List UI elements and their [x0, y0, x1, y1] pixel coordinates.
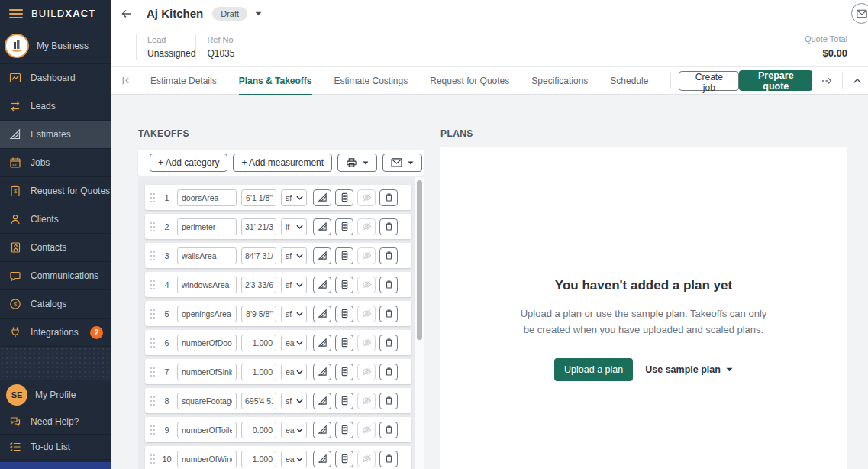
use-sample-plan-button[interactable]: Use sample plan — [645, 364, 733, 375]
sidebar-item-catalogs[interactable]: $ Catalogs — [0, 290, 111, 319]
dashed-arrow-icon[interactable] — [821, 76, 833, 86]
sidebar-item-need-help[interactable]: Need Help? — [0, 409, 111, 435]
measurement-value-input[interactable] — [241, 451, 276, 467]
sidebar-item-dashboard[interactable]: Dashboard — [0, 64, 111, 92]
measurement-value-input[interactable] — [241, 277, 276, 293]
takeoffs-scrollbar-thumb[interactable] — [417, 180, 422, 340]
sidebar-item-my-profile[interactable]: SE My Profile — [0, 380, 111, 409]
unit-select[interactable]: sf — [281, 277, 307, 293]
upload-plan-button[interactable]: Upload a plan — [554, 358, 633, 381]
tab[interactable]: Request for Quotes — [430, 67, 509, 95]
set-square-button[interactable] — [313, 422, 331, 438]
measurement-name-input[interactable] — [177, 189, 237, 206]
measurement-value-input[interactable] — [241, 247, 276, 264]
takeoffs-scrollbar-track[interactable] — [415, 177, 424, 469]
add-category-button[interactable]: + Add category — [150, 154, 227, 172]
delete-row-button[interactable] — [379, 393, 398, 409]
tab[interactable]: Estimate Costings — [334, 67, 408, 95]
unit-select[interactable]: sf — [281, 247, 307, 264]
tab[interactable]: Specifications — [531, 67, 588, 95]
collapse-panel-icon[interactable] — [121, 75, 132, 86]
mail-icon[interactable] — [851, 3, 868, 24]
unit-select[interactable]: sf — [281, 393, 307, 409]
hide-measurement-button[interactable] — [357, 335, 376, 351]
measurement-value-input[interactable] — [241, 422, 276, 438]
measurement-name-input[interactable] — [177, 277, 237, 293]
unit-select[interactable]: sf — [281, 189, 307, 206]
unit-select[interactable]: ea — [281, 451, 307, 467]
hide-measurement-button[interactable] — [357, 218, 376, 235]
set-square-button[interactable] — [313, 364, 331, 380]
drag-handle-icon[interactable] — [150, 425, 155, 435]
set-square-button[interactable] — [313, 306, 331, 322]
sidebar-item-jobs[interactable]: Jobs — [0, 149, 111, 177]
delete-row-button[interactable] — [379, 422, 398, 438]
sidebar-item-integrations[interactable]: Integrations 2 — [0, 319, 111, 347]
drag-handle-icon[interactable] — [150, 396, 155, 406]
measurement-name-input[interactable] — [177, 393, 237, 409]
hide-measurement-button[interactable] — [357, 451, 376, 467]
print-menu-button[interactable] — [337, 154, 377, 172]
unit-select[interactable]: ea — [281, 422, 307, 438]
measurement-value-input[interactable] — [241, 364, 276, 380]
back-arrow-icon[interactable] — [121, 8, 133, 20]
sidebar-item-request-for-quotes[interactable]: $ Request for Quotes — [0, 177, 111, 205]
measurement-name-input[interactable] — [177, 218, 237, 235]
hide-measurement-button[interactable] — [357, 189, 376, 206]
calculator-button[interactable] — [335, 393, 353, 409]
email-menu-button[interactable] — [382, 154, 422, 172]
create-job-button[interactable]: Create job — [679, 71, 739, 91]
delete-row-button[interactable] — [379, 189, 398, 206]
calculator-button[interactable] — [335, 335, 353, 351]
set-square-button[interactable] — [313, 277, 331, 293]
measurement-name-input[interactable] — [177, 247, 237, 264]
set-square-button[interactable] — [313, 189, 331, 206]
drag-handle-icon[interactable] — [150, 280, 155, 289]
hide-measurement-button[interactable] — [357, 364, 376, 380]
calculator-button[interactable] — [335, 422, 353, 438]
prepare-quote-button[interactable]: Prepare quote — [739, 70, 812, 91]
drag-handle-icon[interactable] — [150, 222, 155, 231]
measurement-name-input[interactable] — [177, 306, 237, 322]
tab[interactable]: Estimate Details — [150, 67, 217, 95]
set-square-button[interactable] — [313, 335, 331, 351]
hide-measurement-button[interactable] — [357, 306, 376, 322]
add-measurement-button[interactable]: + Add measurement — [233, 154, 332, 172]
delete-row-button[interactable] — [379, 451, 398, 467]
hide-measurement-button[interactable] — [357, 393, 376, 409]
set-square-button[interactable] — [313, 393, 331, 409]
calculator-button[interactable] — [335, 451, 353, 467]
drag-handle-icon[interactable] — [150, 309, 155, 319]
sidebar-item-communications[interactable]: Communications — [0, 262, 111, 290]
sidebar-item-leads[interactable]: Leads — [0, 92, 111, 121]
unit-select[interactable]: sf — [281, 306, 307, 322]
measurement-name-input[interactable] — [177, 451, 237, 467]
sidebar-item-clients[interactable]: Clients — [0, 205, 111, 234]
chevron-up-icon[interactable] — [852, 76, 863, 86]
measurement-value-input[interactable] — [241, 218, 276, 235]
drag-handle-icon[interactable] — [150, 338, 155, 348]
sidebar-item-contacts[interactable]: Contacts — [0, 234, 111, 262]
delete-row-button[interactable] — [379, 306, 398, 322]
tab[interactable]: Plans & Takeoffs — [239, 67, 312, 95]
calculator-button[interactable] — [335, 306, 353, 322]
calculator-button[interactable] — [335, 364, 353, 380]
drag-handle-icon[interactable] — [150, 251, 155, 260]
hide-measurement-button[interactable] — [357, 422, 376, 438]
delete-row-button[interactable] — [379, 364, 398, 380]
measurement-name-input[interactable] — [177, 364, 237, 380]
delete-row-button[interactable] — [379, 277, 398, 293]
set-square-button[interactable] — [313, 218, 331, 235]
lead-value[interactable]: Unassigned — [147, 48, 195, 59]
measurement-value-input[interactable] — [241, 189, 276, 206]
delete-row-button[interactable] — [379, 247, 398, 264]
set-square-button[interactable] — [313, 247, 331, 264]
set-square-button[interactable] — [313, 451, 331, 467]
measurement-value-input[interactable] — [241, 335, 276, 351]
measurement-value-input[interactable] — [241, 306, 276, 322]
calculator-button[interactable] — [335, 189, 353, 206]
measurement-name-input[interactable] — [177, 335, 237, 351]
unit-select[interactable]: lf — [281, 218, 307, 235]
delete-row-button[interactable] — [379, 335, 398, 351]
calculator-button[interactable] — [335, 218, 353, 235]
